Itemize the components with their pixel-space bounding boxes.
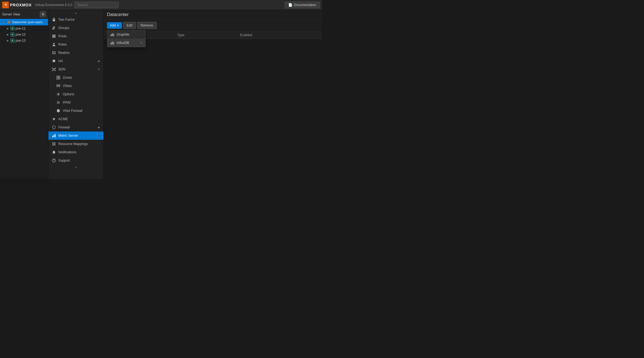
svg-point-7 xyxy=(54,27,55,28)
col-header-enabled: Enabled xyxy=(237,31,322,39)
logo-icon: ✕ xyxy=(2,2,9,8)
content-area: Datacenter Add ▼ Edit Remove xyxy=(104,10,322,179)
tree-item-pve-13[interactable]: ▶ pve-13 xyxy=(0,38,48,44)
realms-label: Realms xyxy=(58,51,70,55)
sidebar-item-firewall[interactable]: Firewall ▶ xyxy=(48,123,103,131)
doc-icon: 📄 xyxy=(288,3,292,7)
influxdb-bar-chart-icon xyxy=(110,41,114,45)
node-icon-pve-13 xyxy=(11,39,14,43)
groups-icon xyxy=(52,26,56,30)
roles-label: Roles xyxy=(58,43,67,46)
sidebar-item-realms[interactable]: Realms xyxy=(48,49,103,57)
sidebar-item-support[interactable]: Support xyxy=(48,156,103,165)
tree-item-datacenter[interactable]: ▼ Datacenter (pve-ceph) xyxy=(0,19,48,25)
sidebar-item-groups[interactable]: Groups xyxy=(48,24,103,32)
node-label-pve-11: pve-11 xyxy=(15,27,26,30)
groups-label: Groups xyxy=(58,26,69,30)
expand-icon-pve-12: ▶ xyxy=(6,33,9,36)
sidebar-item-options[interactable]: Options xyxy=(48,90,103,98)
support-icon xyxy=(52,158,56,163)
datacenter-icon xyxy=(7,20,11,24)
firewall-label: Firewall xyxy=(58,125,70,129)
dropdown-item-graphite[interactable]: Graphite xyxy=(107,30,145,39)
sidebar-item-resource-mappings[interactable]: Resource Mappings xyxy=(48,140,103,148)
svg-rect-28 xyxy=(57,85,60,85)
sidebar-item-two-factor[interactable]: Two Factor xyxy=(48,15,103,24)
sidebar-item-vnet-firewall[interactable]: VNet Firewall xyxy=(48,107,103,115)
svg-rect-25 xyxy=(59,76,60,77)
node-label-pve-13: pve-13 xyxy=(15,39,26,43)
vnet-firewall-icon xyxy=(56,109,61,113)
svg-line-20 xyxy=(53,69,54,69)
sidebar-item-sdn[interactable]: SDN ▼ xyxy=(48,65,103,73)
ha-icon xyxy=(52,59,56,63)
table-area: Name Type Enabled xyxy=(104,31,322,179)
resource-mappings-label: Resource Mappings xyxy=(58,142,88,146)
add-label: Add xyxy=(110,23,116,27)
vnet-firewall-label: VNet Firewall xyxy=(63,109,82,113)
metric-server-icon xyxy=(52,133,56,138)
sidebar-gear-button[interactable]: ⚙ xyxy=(40,11,46,17)
sidebar-item-metric-server[interactable]: Metric Server xyxy=(48,131,103,140)
sidebar: Server View ⚙ ▼ Datacenter (pve-ceph) ▶ … xyxy=(0,10,48,179)
graphite-bar-chart-icon xyxy=(110,32,114,37)
search-input[interactable] xyxy=(74,2,119,8)
logo-text: PROXMOX xyxy=(10,3,32,7)
sidebar-item-zones[interactable]: Zones xyxy=(48,73,103,82)
sidebar-item-roles[interactable]: Roles xyxy=(48,40,103,49)
svg-point-17 xyxy=(55,68,56,69)
svg-rect-24 xyxy=(57,76,58,77)
node-icon-pve-12 xyxy=(11,33,14,36)
sidebar-item-pools[interactable]: Pools xyxy=(48,32,103,40)
scroll-up-button[interactable]: ▲ xyxy=(48,10,103,15)
svg-point-32 xyxy=(58,94,59,95)
svg-rect-4 xyxy=(9,22,10,23)
svg-line-23 xyxy=(54,70,55,70)
scroll-down-button[interactable]: ▼ xyxy=(48,165,103,170)
documentation-button[interactable]: 📄 Documentation xyxy=(285,2,320,8)
cursor-indicator: ↖ xyxy=(140,41,143,45)
sidebar-item-ha[interactable]: HA ▶ xyxy=(48,57,103,65)
svg-rect-2 xyxy=(9,21,10,22)
svg-rect-11 xyxy=(54,36,55,38)
svg-rect-8 xyxy=(53,35,54,36)
dropdown-item-influxdb[interactable]: InfluxDB ↖ xyxy=(107,39,145,47)
firewall-expand-icon: ▶ xyxy=(98,126,100,129)
sidebar-item-ipam[interactable]: IPAM xyxy=(48,98,103,107)
add-dropdown-arrow: ▼ xyxy=(117,24,119,27)
svg-rect-29 xyxy=(57,86,60,87)
svg-rect-37 xyxy=(53,135,54,137)
tree-item-pve-12[interactable]: ▶ pve-12 xyxy=(0,31,48,38)
ha-expand-icon: ▶ xyxy=(98,60,100,62)
two-factor-label: Two Factor xyxy=(58,18,75,22)
resource-mappings-icon xyxy=(52,142,56,146)
add-dropdown-menu: Graphite InfluxDB ↖ xyxy=(107,30,146,47)
svg-point-15 xyxy=(53,69,54,70)
notifications-label: Notifications xyxy=(58,150,76,154)
edit-button[interactable]: Edit xyxy=(123,22,136,29)
svg-rect-27 xyxy=(59,78,60,79)
svg-rect-51 xyxy=(112,42,112,44)
sidebar-item-notifications[interactable]: Notifications xyxy=(48,148,103,156)
content-header: Datacenter xyxy=(104,10,322,20)
svg-rect-50 xyxy=(111,43,111,44)
svg-rect-46 xyxy=(111,35,111,36)
sidebar-item-acme[interactable]: ACME xyxy=(48,115,103,123)
realms-icon xyxy=(52,51,56,55)
breadcrumb-label: Datacenter xyxy=(107,12,129,17)
zones-icon xyxy=(56,75,61,80)
sidebar-item-vnets[interactable]: VNets xyxy=(48,82,103,90)
node-icon-pve-11 xyxy=(11,27,14,30)
svg-rect-38 xyxy=(54,135,55,137)
svg-rect-9 xyxy=(54,35,55,36)
remove-button[interactable]: Remove xyxy=(137,22,157,29)
tree-item-pve-11[interactable]: ▶ pve-11 xyxy=(0,25,48,31)
svg-rect-26 xyxy=(57,78,58,79)
sdn-expand-icon: ▼ xyxy=(98,68,100,71)
svg-line-22 xyxy=(53,70,54,70)
svg-rect-3 xyxy=(8,22,9,23)
topbar: ✕ PROXMOX Virtual Environment 8.3.0 📄 Do… xyxy=(0,0,322,10)
add-button[interactable]: Add ▼ xyxy=(107,22,122,29)
expand-icon-datacenter: ▼ xyxy=(2,20,6,24)
roles-icon xyxy=(52,42,56,47)
